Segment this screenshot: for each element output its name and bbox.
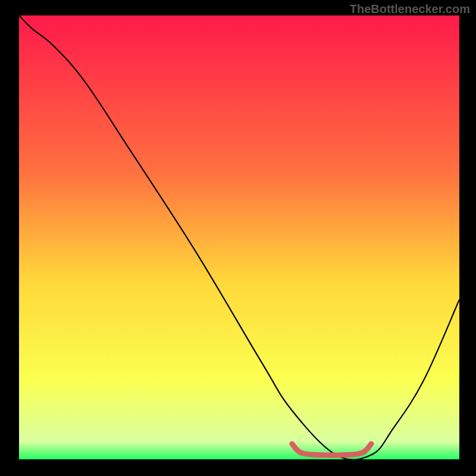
chart-svg: [19, 15, 459, 459]
chart-container: TheBottlenecker.com: [0, 0, 476, 476]
watermark-text: TheBottlenecker.com: [350, 2, 470, 16]
plot-area: [19, 15, 459, 459]
